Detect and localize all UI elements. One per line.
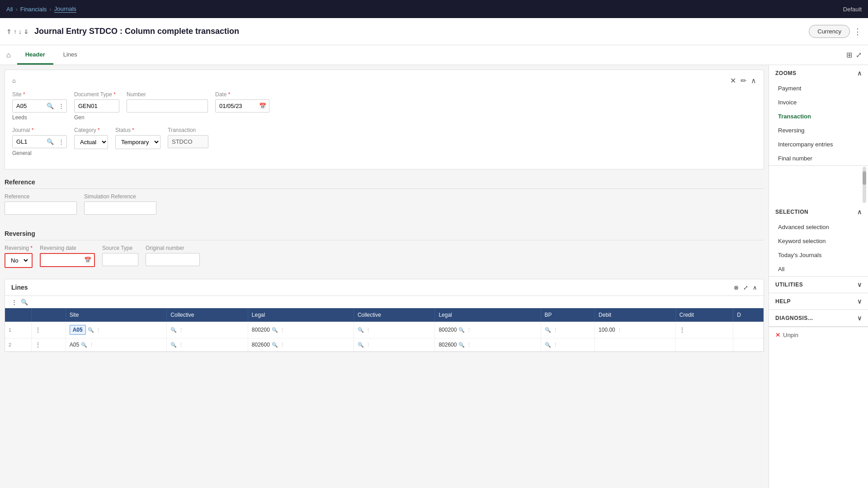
arrow-down-bottom[interactable]: ⇓ (24, 28, 29, 35)
close-icon[interactable]: ✕ (730, 76, 736, 85)
utilities-header[interactable]: UTILITIES ∨ (769, 277, 868, 293)
row2-legal1-more[interactable]: ⋮ (280, 342, 285, 348)
collapse-icon[interactable]: ∧ (751, 76, 756, 85)
site-more-icon[interactable]: ⋮ (56, 101, 66, 111)
row-legal1-search[interactable]: 🔍 (272, 327, 278, 333)
row-col1-more[interactable]: ⋮ (179, 327, 184, 333)
rev-date-input[interactable] (41, 254, 81, 266)
zoom-invoice[interactable]: Invoice (769, 95, 868, 109)
rev-calendar-icon[interactable]: 📅 (81, 255, 94, 265)
calendar-icon[interactable]: 📅 (256, 101, 269, 111)
reversing-select[interactable]: No (5, 254, 29, 267)
form-row-1: Site * 🔍 ⋮ Leeds Document Type * Gen Num… (12, 91, 756, 121)
journal-more-icon[interactable]: ⋮ (56, 136, 66, 147)
row-legal2-search[interactable]: 🔍 (458, 327, 465, 333)
selection-advanced[interactable]: Advanced selection (769, 220, 868, 234)
selection-title: SELECTION (775, 209, 808, 215)
doctype-input[interactable] (74, 99, 119, 113)
row-col1-search[interactable]: 🔍 (170, 327, 177, 333)
fullscreen-icon[interactable]: ⤢ (743, 284, 748, 291)
zooms-header[interactable]: ZOOMS ∧ (769, 65, 868, 81)
row2-dots[interactable]: ⋮ (32, 338, 66, 352)
tab-lines[interactable]: Lines (55, 46, 85, 65)
currency-button[interactable]: Currency (809, 25, 850, 38)
row-bp-search[interactable]: 🔍 (545, 327, 551, 333)
row2-legal2-more[interactable]: ⋮ (467, 342, 472, 348)
layers-icon[interactable]: ⊗ (734, 284, 739, 291)
date-input[interactable] (216, 100, 256, 112)
site-input[interactable] (13, 100, 44, 112)
row2-col1-search[interactable]: 🔍 (170, 342, 177, 348)
edit-icon[interactable]: ✏ (741, 76, 746, 85)
expand-icon[interactable]: ⤢ (856, 51, 862, 59)
arrow-up[interactable]: ↑ (14, 28, 17, 35)
arrow-down[interactable]: ↓ (19, 28, 22, 35)
row2-bp-more[interactable]: ⋮ (553, 342, 558, 348)
nav-journals[interactable]: Journals (54, 5, 76, 13)
col-legal1: Legal (248, 308, 354, 322)
main-layout: ⌂ ✕ ✏ ∧ Site * 🔍 ⋮ Leeds (0, 65, 868, 488)
lines-search-icon[interactable]: 🔍 (21, 299, 28, 305)
collapse-lines-icon[interactable]: ∧ (753, 284, 757, 291)
row2-col2-search[interactable]: 🔍 (358, 342, 364, 348)
row-site-search[interactable]: 🔍 (88, 327, 94, 333)
row-col2-search[interactable]: 🔍 (358, 327, 364, 333)
row-dots[interactable]: ⋮ (32, 322, 66, 338)
row-site-input[interactable]: A05 (70, 325, 86, 335)
reversing-label: Reversing * (5, 245, 33, 251)
row-credit: ⋮ (675, 322, 733, 338)
row2-legal2: 802600 🔍 ⋮ (435, 338, 541, 352)
zoom-reversing[interactable]: Reversing (769, 123, 868, 137)
home-tab-icon[interactable]: ⌂ (6, 51, 11, 59)
site-search-icon[interactable]: 🔍 (44, 101, 56, 111)
zoom-payment[interactable]: Payment (769, 81, 868, 95)
transaction-label: Transaction (168, 127, 208, 133)
journal-search-icon[interactable]: 🔍 (44, 136, 56, 147)
zoom-final-number[interactable]: Final number (769, 151, 868, 165)
reference-section: Reference Reference Simulation Reference (5, 174, 764, 219)
row2-site-more[interactable]: ⋮ (89, 342, 94, 348)
tab-header[interactable]: Header (17, 46, 53, 65)
row2-site-search[interactable]: 🔍 (81, 342, 87, 348)
row-col2-more[interactable]: ⋮ (366, 327, 371, 333)
unpin-bar[interactable]: ✕ Unpin (769, 327, 868, 343)
row2-legal2-search[interactable]: 🔍 (458, 342, 465, 348)
nav-arrows: ⇑ ↑ ↓ ⇓ (6, 28, 29, 35)
row-credit-more[interactable]: ⋮ (679, 327, 685, 333)
journal-input[interactable] (13, 136, 44, 148)
ref-input[interactable] (5, 202, 77, 215)
diagnosis-header[interactable]: DIAGNOSIS... ∨ (769, 310, 868, 326)
columns-icon[interactable]: ⊞ (846, 51, 852, 59)
zoom-transaction[interactable]: Transaction (769, 109, 868, 123)
row-debit-more[interactable]: ⋮ (617, 327, 622, 333)
sim-ref-input[interactable] (84, 202, 156, 215)
reference-title: Reference (5, 174, 764, 189)
lines-menu-icon[interactable]: ⋮ (11, 299, 17, 305)
status-select[interactable]: Temporary (116, 136, 160, 149)
source-type-input[interactable] (102, 253, 138, 266)
arrow-up-top[interactable]: ⇑ (6, 28, 12, 35)
selection-todays[interactable]: Today's Journals (769, 248, 868, 262)
nav-financials[interactable]: Financials (20, 6, 47, 13)
number-input[interactable] (127, 99, 208, 113)
selection-keyword[interactable]: Keyword selection (769, 234, 868, 248)
row-legal2-more[interactable]: ⋮ (467, 327, 472, 333)
more-options-icon[interactable]: ⋮ (854, 27, 862, 37)
row2-bp-search[interactable]: 🔍 (545, 342, 551, 348)
row2-legal1-search[interactable]: 🔍 (272, 342, 278, 348)
row2-col1-more[interactable]: ⋮ (179, 342, 184, 348)
category-select[interactable]: Actual (75, 136, 108, 149)
row2-bp: 🔍 ⋮ (541, 338, 595, 352)
row2-col2-more[interactable]: ⋮ (366, 342, 371, 348)
home-icon[interactable]: ⌂ (12, 77, 16, 84)
row-site-more[interactable]: ⋮ (96, 327, 101, 333)
orig-num-input[interactable] (146, 253, 200, 266)
selection-header[interactable]: SELECTION ∧ (769, 204, 868, 220)
selection-all[interactable]: All (769, 262, 868, 276)
help-header[interactable]: HELP ∨ (769, 293, 868, 310)
nav-all[interactable]: All (6, 6, 13, 13)
date-group: Date * 📅 (215, 91, 269, 113)
row-legal1-more[interactable]: ⋮ (280, 327, 285, 333)
row-bp-more[interactable]: ⋮ (553, 327, 558, 333)
zoom-intercompany[interactable]: Intercompany entries (769, 137, 868, 151)
